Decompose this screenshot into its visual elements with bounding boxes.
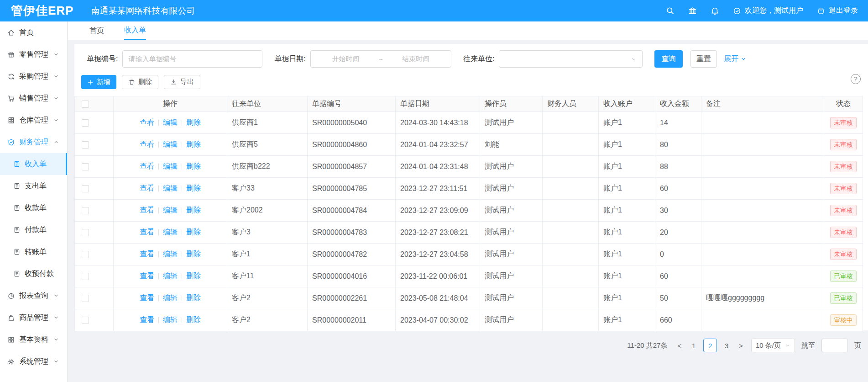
- delete-link[interactable]: 删除: [186, 315, 201, 325]
- status-badge: 未审核: [830, 117, 857, 129]
- logout-icon: [817, 7, 825, 15]
- row-checkbox[interactable]: [82, 207, 89, 214]
- view-link[interactable]: 查看: [140, 206, 154, 215]
- sidebar-item-basic-data[interactable]: 基本资料: [0, 329, 67, 350]
- delete-link[interactable]: 删除: [186, 271, 201, 281]
- edit-link[interactable]: 编辑: [163, 228, 178, 237]
- view-link[interactable]: 查看: [140, 184, 154, 193]
- page-3-button[interactable]: 3: [720, 339, 733, 352]
- cell-date: 2024-03-30 14:43:18: [396, 112, 480, 134]
- sidebar-item-system[interactable]: 系统管理: [0, 350, 67, 372]
- select-all-checkbox[interactable]: [82, 101, 89, 108]
- expand-link[interactable]: 展开: [724, 54, 746, 64]
- edit-link[interactable]: 编辑: [163, 271, 178, 281]
- add-button[interactable]: 新增: [81, 75, 116, 89]
- view-link[interactable]: 查看: [140, 271, 154, 281]
- jump-to-input[interactable]: [821, 339, 848, 352]
- bank-icon[interactable]: [688, 6, 697, 15]
- row-checkbox[interactable]: [82, 317, 89, 324]
- delete-button[interactable]: 删除: [122, 75, 158, 89]
- reset-button[interactable]: 重置: [690, 50, 717, 68]
- status-badge: 未审核: [830, 183, 857, 195]
- sidebar-item-sales[interactable]: 销售管理: [0, 87, 67, 109]
- delete-link[interactable]: 删除: [186, 206, 201, 215]
- download-icon: [170, 79, 177, 85]
- sidebar-item-reports[interactable]: 报表查询: [0, 285, 67, 307]
- page-size-select[interactable]: 10 条/页: [751, 339, 795, 352]
- sidebar-item-income-receipt[interactable]: 收入单: [0, 153, 67, 175]
- edit-link[interactable]: 编辑: [163, 206, 178, 215]
- page-2-button[interactable]: 2: [703, 339, 717, 352]
- table-row: 查看编辑删除 客户33 SR00000004785 2023-12-27 23:…: [75, 178, 863, 200]
- delete-link[interactable]: 删除: [186, 184, 201, 193]
- view-link[interactable]: 查看: [140, 228, 154, 237]
- sidebar-item-retail[interactable]: 零售管理: [0, 43, 67, 65]
- help-button[interactable]: ?: [851, 74, 861, 84]
- row-checkbox[interactable]: [82, 185, 89, 192]
- next-page-button[interactable]: >: [736, 342, 746, 350]
- edit-link[interactable]: 编辑: [163, 293, 178, 303]
- sidebar-item-home[interactable]: 首页: [0, 21, 67, 43]
- tab-income-receipt[interactable]: 收入单: [124, 21, 146, 40]
- cell-amount: 0: [655, 244, 701, 265]
- view-link[interactable]: 查看: [140, 162, 154, 171]
- row-checkbox[interactable]: [82, 119, 89, 127]
- date-separator: ~: [376, 55, 386, 63]
- code-filter-input[interactable]: 请输入单据编号: [122, 50, 262, 68]
- delete-link[interactable]: 删除: [186, 162, 201, 171]
- page-1-button[interactable]: 1: [687, 339, 701, 352]
- search-button[interactable]: 查询: [654, 50, 683, 68]
- chevron-up-icon: [53, 139, 59, 145]
- export-button[interactable]: 导出: [164, 75, 200, 89]
- date-range-input[interactable]: 开始时间 ~ 结束时间: [310, 50, 451, 68]
- chevron-down-icon: [53, 315, 59, 320]
- sidebar-item-collection-receipt[interactable]: 收款单: [0, 197, 67, 219]
- sidebar-item-finance[interactable]: 财务管理: [0, 131, 67, 153]
- date-end-placeholder: 结束时间: [386, 55, 446, 64]
- logout-button[interactable]: 退出登录: [817, 6, 858, 16]
- row-checkbox[interactable]: [82, 295, 89, 302]
- sidebar-item-payment-receipt[interactable]: 付款单: [0, 219, 67, 241]
- row-checkbox[interactable]: [82, 163, 89, 170]
- cell-note: [701, 178, 824, 200]
- delete-link[interactable]: 删除: [186, 249, 201, 259]
- view-link[interactable]: 查看: [140, 140, 154, 149]
- sidebar-item-warehouse[interactable]: 仓库管理: [0, 109, 67, 131]
- edit-link[interactable]: 编辑: [163, 140, 178, 149]
- status-badge: 未审核: [830, 139, 857, 151]
- sidebar-item-purchase[interactable]: 采购管理: [0, 65, 67, 87]
- edit-link[interactable]: 编辑: [163, 315, 178, 325]
- delete-link[interactable]: 删除: [186, 228, 201, 237]
- partner-select[interactable]: [499, 50, 643, 68]
- view-link[interactable]: 查看: [140, 118, 154, 127]
- sidebar-item-advance-receipt[interactable]: 收预付款: [0, 263, 67, 285]
- view-link[interactable]: 查看: [140, 249, 154, 259]
- chevron-down-icon: [53, 117, 59, 123]
- user-menu[interactable]: 欢迎您，测试用户: [733, 6, 803, 16]
- home-icon: [7, 29, 15, 37]
- prev-page-button[interactable]: <: [675, 342, 684, 350]
- edit-link[interactable]: 编辑: [163, 118, 178, 127]
- edit-link[interactable]: 编辑: [163, 249, 178, 259]
- row-checkbox[interactable]: [82, 229, 89, 236]
- edit-link[interactable]: 编辑: [163, 162, 178, 171]
- row-checkbox[interactable]: [82, 141, 89, 149]
- edit-link[interactable]: 编辑: [163, 184, 178, 193]
- delete-link[interactable]: 删除: [186, 140, 201, 149]
- row-checkbox[interactable]: [82, 273, 89, 280]
- bell-icon[interactable]: [711, 6, 719, 15]
- delete-link[interactable]: 删除: [186, 293, 201, 303]
- cell-finance: [543, 134, 599, 156]
- income-receipt-table: 操作 往来单位 单据编号 单据日期 操作员 财务人员 收入账户 收入金额 备注 …: [74, 96, 863, 331]
- delete-link[interactable]: 删除: [186, 118, 201, 127]
- row-checkbox[interactable]: [82, 251, 89, 258]
- sidebar-item-expense-receipt[interactable]: 支出单: [0, 175, 67, 197]
- sidebar-item-goods[interactable]: 商品管理: [0, 307, 67, 329]
- view-link[interactable]: 查看: [140, 293, 154, 303]
- tab-home[interactable]: 首页: [89, 21, 104, 40]
- search-icon[interactable]: [666, 6, 675, 15]
- view-link[interactable]: 查看: [140, 315, 154, 325]
- cell-code: SR00000002011: [308, 309, 396, 331]
- cell-operator: 测试用户: [480, 156, 543, 178]
- sidebar-item-transfer-receipt[interactable]: 转账单: [0, 241, 67, 263]
